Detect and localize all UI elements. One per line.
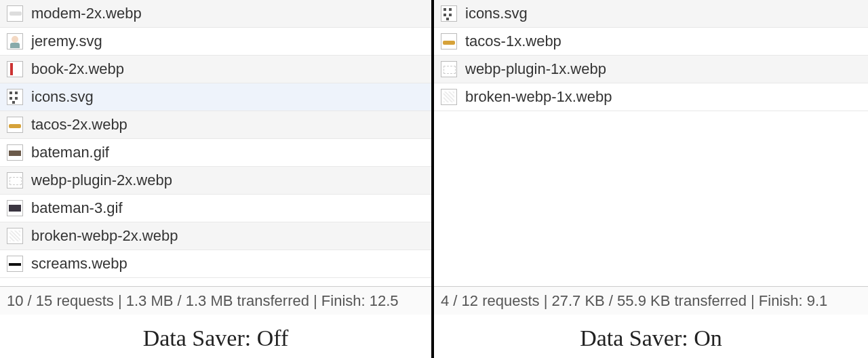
network-request-row[interactable]: webp-plugin-2x.webp: [0, 167, 431, 195]
file-name: webp-plugin-2x.webp: [31, 172, 172, 189]
network-request-row[interactable]: tacos-1x.webp: [434, 28, 868, 56]
file-thumbnail-icon: [7, 117, 23, 133]
network-request-row[interactable]: modem-2x.webp: [0, 0, 431, 28]
comparison-split: modem-2x.webpjeremy.svgbook-2x.webpicons…: [0, 0, 868, 358]
file-name: jeremy.svg: [31, 33, 102, 50]
file-thumbnail-icon: [441, 5, 457, 22]
network-request-row[interactable]: bateman-3.gif: [0, 195, 431, 222]
file-thumbnail-icon: [7, 200, 23, 216]
panel-caption: Data Saver: Off: [0, 315, 431, 358]
network-request-row[interactable]: broken-webp-1x.webp: [434, 83, 868, 111]
network-request-list: modem-2x.webpjeremy.svgbook-2x.webpicons…: [0, 0, 431, 278]
panel-datasaver-on: icons.svgtacos-1x.webpwebp-plugin-1x.web…: [434, 0, 868, 358]
file-name: bateman.gif: [31, 144, 109, 161]
file-name: webp-plugin-1x.webp: [465, 60, 606, 78]
status-bar: 10 / 15 requests | 1.3 MB / 1.3 MB trans…: [0, 286, 431, 315]
file-name: modem-2x.webp: [31, 5, 142, 22]
network-request-row[interactable]: tacos-2x.webp: [0, 111, 431, 139]
network-request-row[interactable]: icons.svg: [0, 83, 431, 111]
status-bar: 4 / 12 requests | 27.7 KB / 55.9 KB tran…: [434, 286, 868, 315]
panel-caption: Data Saver: On: [434, 315, 868, 358]
file-name: broken-webp-2x.webp: [31, 227, 178, 245]
file-thumbnail-icon: [7, 33, 23, 49]
network-request-row[interactable]: icons.svg: [434, 0, 868, 28]
file-thumbnail-icon: [441, 33, 457, 49]
file-thumbnail-icon: [7, 172, 23, 188]
file-thumbnail-icon: [7, 228, 23, 244]
file-thumbnail-icon: [441, 61, 457, 77]
network-request-row[interactable]: jeremy.svg: [0, 28, 431, 56]
network-request-row[interactable]: broken-webp-2x.webp: [0, 222, 431, 250]
file-name: tacos-1x.webp: [465, 33, 561, 50]
network-request-list: icons.svgtacos-1x.webpwebp-plugin-1x.web…: [434, 0, 868, 111]
file-thumbnail-icon: [7, 89, 23, 105]
file-name: bateman-3.gif: [31, 199, 123, 217]
network-request-row[interactable]: bateman.gif: [0, 139, 431, 167]
file-name: broken-webp-1x.webp: [465, 88, 612, 106]
file-thumbnail-icon: [7, 256, 23, 272]
file-thumbnail-icon: [7, 61, 23, 77]
panel-filler: [434, 111, 868, 286]
panel-datasaver-off: modem-2x.webpjeremy.svgbook-2x.webpicons…: [0, 0, 434, 358]
network-request-row[interactable]: screams.webp: [0, 250, 431, 278]
network-request-row[interactable]: book-2x.webp: [0, 56, 431, 83]
file-thumbnail-icon: [441, 89, 457, 105]
file-thumbnail-icon: [7, 5, 23, 22]
network-request-row[interactable]: webp-plugin-1x.webp: [434, 56, 868, 83]
panel-filler: [0, 278, 431, 286]
file-name: icons.svg: [465, 5, 528, 22]
file-name: tacos-2x.webp: [31, 116, 127, 134]
file-name: book-2x.webp: [31, 60, 124, 78]
file-name: screams.webp: [31, 255, 127, 273]
file-thumbnail-icon: [7, 144, 23, 161]
file-name: icons.svg: [31, 88, 94, 106]
